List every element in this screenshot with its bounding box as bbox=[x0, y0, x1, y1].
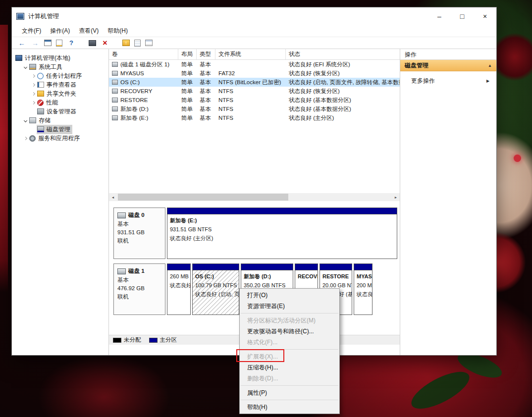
scroll-right-icon[interactable]: ► bbox=[392, 193, 400, 201]
expander-right-icon[interactable] bbox=[30, 93, 37, 95]
partition-new-volume-e[interactable]: 新加卷 (E:) 931.51 GB NTFS 状态良好 (主分区) bbox=[167, 208, 397, 259]
horizontal-scrollbar[interactable]: ◄ ► bbox=[109, 193, 400, 201]
menubar: 文件(F) 操作(A) 查看(V) 帮助(H) bbox=[12, 25, 496, 37]
expander-down-icon[interactable] bbox=[22, 66, 29, 68]
scroll-left-icon[interactable]: ◄ bbox=[109, 193, 117, 201]
table-row[interactable]: RECOVERY 简单 基本 NTFS 状态良好 (恢复分区) bbox=[109, 87, 400, 96]
tree-item-performance[interactable]: 性能 bbox=[12, 98, 108, 107]
menu-help[interactable]: 帮助(H) bbox=[103, 25, 132, 37]
disk-management-icon bbox=[37, 126, 44, 132]
menu-item-delete-volume: 删除卷(D)... bbox=[240, 373, 339, 384]
volume-icon bbox=[112, 98, 118, 103]
disk-icon bbox=[117, 268, 126, 274]
table-row[interactable]: RESTORE 简单 基本 NTFS 状态良好 (基本数据分区) bbox=[109, 96, 400, 104]
export-list-icon[interactable] bbox=[56, 40, 62, 47]
computer-management-app-icon[interactable] bbox=[16, 13, 24, 20]
menu-item-shrink-volume[interactable]: 压缩卷(H)... bbox=[240, 362, 339, 373]
screen-icon[interactable] bbox=[89, 40, 96, 46]
device-manager-icon bbox=[37, 108, 44, 114]
minimize-icon[interactable]: – bbox=[428, 7, 451, 25]
primary-partition-strip bbox=[193, 264, 239, 270]
close-icon[interactable]: × bbox=[474, 7, 496, 25]
volume-icon bbox=[112, 71, 118, 76]
primary-partition-strip bbox=[354, 264, 372, 270]
tree-item-disk-management[interactable]: 磁盘管理 bbox=[12, 125, 108, 134]
column-header-filesystem[interactable]: 文件系统 bbox=[215, 49, 286, 59]
volume-icon bbox=[112, 106, 118, 111]
menu-item-open[interactable]: 打开(O) bbox=[240, 290, 339, 301]
more-actions-arrow-icon: ▶ bbox=[484, 79, 492, 83]
wallpaper-eye-art bbox=[514, 155, 521, 162]
desktop: 计算机管理 – □ × 文件(F) 操作(A) 查看(V) 帮助(H) ← → … bbox=[0, 0, 532, 417]
forward-icon[interactable]: → bbox=[31, 39, 40, 48]
partition-os-c-selected[interactable]: OS (C:) 100.79 GB NTFS 状态良好 (启动, 页面文件, 故… bbox=[192, 263, 239, 315]
list-fields-icon[interactable] bbox=[145, 40, 153, 46]
primary-partition-swatch bbox=[149, 338, 158, 343]
table-row[interactable]: MYASUS 简单 基本 FAT32 状态良好 (恢复分区) bbox=[109, 69, 400, 78]
window-title: 计算机管理 bbox=[28, 12, 59, 21]
collapse-up-icon[interactable]: ▲ bbox=[486, 63, 494, 68]
menu-item-change-drive-letter[interactable]: 更改驱动器号和路径(C)... bbox=[240, 326, 339, 337]
tree-item-event-viewer[interactable]: 事件查看器 bbox=[12, 80, 108, 89]
primary-partition-strip bbox=[320, 264, 352, 270]
actions-section-disk-management[interactable]: 磁盘管理 ▲ bbox=[400, 60, 496, 71]
menu-item-explorer[interactable]: 资源管理器(E) bbox=[240, 301, 339, 312]
titlebar[interactable]: 计算机管理 – □ × bbox=[12, 7, 496, 25]
shared-folders-icon bbox=[37, 91, 44, 97]
column-header-layout[interactable]: 布局 bbox=[178, 49, 197, 59]
tree-item-services-and-applications[interactable]: 服务和应用程序 bbox=[12, 134, 108, 143]
expander-right-icon[interactable] bbox=[30, 102, 37, 104]
volume-list: 卷 布局 类型 文件系统 状态 (磁盘 1 磁盘分区 1) 简单 基本 状态良好… bbox=[109, 49, 400, 201]
expander-down-icon[interactable] bbox=[22, 119, 29, 122]
performance-icon bbox=[37, 100, 44, 106]
menu-view[interactable]: 查看(V) bbox=[74, 25, 103, 37]
expander-right-icon[interactable] bbox=[22, 137, 29, 140]
red-highlight-annotation bbox=[236, 349, 284, 362]
scrollbar-thumb[interactable] bbox=[118, 194, 288, 201]
actions-title: 操作 bbox=[400, 49, 496, 60]
back-icon[interactable]: ← bbox=[17, 39, 26, 48]
more-actions-item[interactable]: 更多操作 ▶ bbox=[400, 75, 496, 87]
column-header-volume[interactable]: 卷 bbox=[109, 49, 178, 59]
tree-item-storage[interactable]: 存储 bbox=[12, 116, 108, 125]
disk-icon bbox=[117, 212, 126, 218]
log-icon[interactable] bbox=[134, 40, 141, 47]
volume-table-header: 卷 布局 类型 文件系统 状态 bbox=[109, 49, 400, 60]
table-row-os-c-selected[interactable]: OS (C:) 简单 基本 NTFS (BitLocker 已加密) 状态良好 … bbox=[109, 78, 400, 87]
tree-item-shared-folders[interactable]: 共享文件夹 bbox=[12, 89, 108, 98]
menu-item-properties[interactable]: 属性(P) bbox=[240, 387, 339, 398]
wallpaper-red-streak bbox=[0, 25, 8, 292]
table-row[interactable]: 新加卷 (E:) 简单 基本 NTFS 状态良好 (主分区) bbox=[109, 113, 400, 122]
help-icon[interactable]: ? bbox=[67, 39, 76, 48]
primary-partition-strip bbox=[167, 208, 397, 214]
primary-partition-strip bbox=[167, 264, 190, 270]
expander-right-icon[interactable] bbox=[30, 84, 37, 86]
table-row[interactable]: (磁盘 1 磁盘分区 1) 简单 基本 状态良好 (EFI 系统分区) bbox=[109, 60, 400, 69]
menu-action[interactable]: 操作(A) bbox=[46, 25, 74, 37]
column-header-status[interactable]: 状态 bbox=[286, 49, 400, 59]
window-controls: – □ × bbox=[428, 7, 496, 25]
partition-efi[interactable]: 260 MB 状态良好 bbox=[167, 263, 191, 315]
menu-item-help[interactable]: 帮助(H) bbox=[240, 402, 339, 413]
tree-item-device-manager[interactable]: 设备管理器 bbox=[12, 107, 108, 116]
menu-file[interactable]: 文件(F) bbox=[17, 25, 46, 37]
show-console-tree-icon[interactable] bbox=[44, 40, 52, 46]
tree-item-system-tools[interactable]: 系统工具 bbox=[12, 62, 108, 71]
volume-icon bbox=[112, 62, 118, 67]
tree-item-computer-management[interactable]: 计算机管理(本地) bbox=[12, 53, 108, 62]
console-tree: 计算机管理(本地) 系统工具 任务计划程序 事件查看器 共享文件夹 bbox=[12, 49, 109, 355]
partition-myasus[interactable]: MYASUS 200 MB FAT32 状态良好 (恢复分区) bbox=[354, 263, 372, 315]
column-header-type[interactable]: 类型 bbox=[197, 49, 215, 59]
primary-partition-strip bbox=[295, 264, 318, 270]
expander-right-icon[interactable] bbox=[30, 75, 37, 77]
up-folder-icon[interactable]: ↑ bbox=[122, 40, 130, 46]
system-tools-icon bbox=[29, 64, 36, 70]
maximize-icon[interactable]: □ bbox=[451, 7, 474, 25]
disk-1-info[interactable]: 磁盘 1 基本 476.92 GB 联机 bbox=[113, 263, 165, 315]
table-row[interactable]: 新加卷 (D:) 简单 基本 NTFS 状态良好 (基本数据分区) bbox=[109, 104, 400, 113]
delete-icon[interactable]: × bbox=[101, 39, 109, 48]
disk-0-info[interactable]: 磁盘 0 基本 931.51 GB 联机 bbox=[113, 208, 165, 259]
storage-icon bbox=[29, 117, 36, 123]
actions-pane: 操作 磁盘管理 ▲ 更多操作 ▶ bbox=[400, 49, 496, 355]
tree-item-task-scheduler[interactable]: 任务计划程序 bbox=[12, 71, 108, 80]
